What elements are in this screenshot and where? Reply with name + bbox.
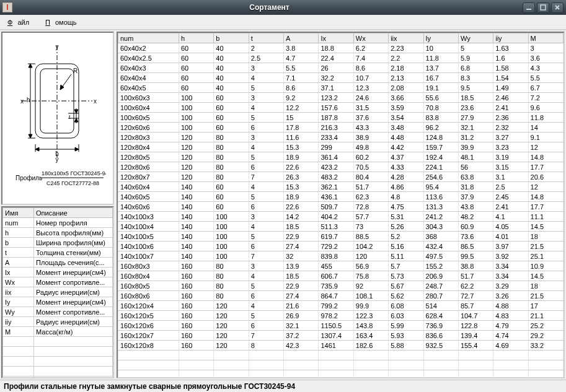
svg-marker-22 [74, 118, 78, 122]
svg-marker-14 [29, 64, 32, 68]
svg-text:Профиль: Профиль [15, 175, 42, 181]
table-row[interactable]: 60x40x2.560402.54.722.47.42.211.85.91.63… [118, 53, 564, 63]
prof-col-A[interactable]: A [284, 33, 319, 43]
prof-col-iiy[interactable]: iiy [493, 33, 528, 43]
table-row[interactable]: 120x80x512080518.9361.460.24.37192.448.1… [118, 152, 564, 162]
table-row[interactable]: 100x60x31006039.2123.224.63.6655.618.52.… [118, 93, 564, 103]
svg-marker-21 [74, 110, 78, 113]
table-row[interactable]: 140x100x7140100732839.81205.11497.599.53… [118, 251, 564, 261]
table-row[interactable]: 160x120x6160120632.11150.5143.85.99736.9… [118, 321, 564, 331]
desc-col-Описание[interactable]: Описание [34, 208, 113, 218]
table-row[interactable]: 140x60x614060622.6509.772.84.75131.343.8… [118, 202, 564, 212]
prof-col-Iy[interactable]: Iy [423, 33, 458, 43]
prof-col-num[interactable]: num [118, 33, 179, 43]
table-row-empty [118, 360, 564, 370]
desc-row[interactable]: hВысота профиля(мм) [3, 228, 113, 238]
maximize-button[interactable] [537, 2, 549, 13]
profiles-table-container[interactable]: numhbtAIxWxiixIyWyiiyM 60x40x2604023.818… [117, 32, 565, 378]
status-text: Профили стальные гнутые замкнутые сварны… [4, 382, 295, 391]
table-row[interactable]: 140x60x514060518.9436.162.34.8113.637.92… [118, 192, 564, 202]
table-row[interactable]: 100x60x510060515187.837.63.5483.827.92.3… [118, 113, 564, 123]
titlebar[interactable]: I Сортамент [0, 0, 566, 15]
prof-col-Ix[interactable]: Ix [319, 33, 353, 43]
svg-rect-0 [526, 9, 531, 10]
desc-row[interactable]: numНомер профиля [3, 218, 113, 228]
table-row[interactable]: 120x80x312080311.6233.438.94.48124.831.2… [118, 133, 564, 142]
table-row[interactable]: 120x80x712080726.3483.280.44.28254.663.8… [118, 172, 564, 182]
close-button[interactable] [551, 2, 564, 13]
description-table-container[interactable]: ИмяОписание numНомер профиляhВысота проф… [1, 206, 114, 378]
desc-col-Имя[interactable]: Имя [3, 208, 34, 218]
table-row[interactable]: 140x60x414060415.3362.151.74.8695.431.82… [118, 182, 564, 192]
table-row[interactable]: 120x80x612080622.6423.270.54.33224.1563.… [118, 162, 564, 172]
desc-row-empty [3, 357, 113, 367]
desc-row[interactable]: IxМомент инерции(см4) [3, 268, 113, 277]
svg-text:b: b [55, 150, 59, 157]
svg-text:x: x [20, 98, 24, 105]
desc-row[interactable]: tТолщина стенки(мм) [3, 248, 113, 258]
description-table[interactable]: ИмяОписание numНомер профиляhВысота проф… [2, 207, 113, 378]
profile-diagram: y y x x h b R t Профиль 180x100x5 ГОСТ30… [1, 32, 114, 205]
svg-rect-1 [541, 5, 546, 10]
svg-marker-9 [35, 147, 39, 151]
table-row[interactable]: 160x120x7160120737.21307.4163.45.93836.6… [118, 331, 564, 341]
table-row-empty [118, 351, 564, 360]
table-row[interactable]: 140x100x6140100627.4729.2104.25.16432.48… [118, 242, 564, 251]
desc-row[interactable]: IyМомент инерции(см4) [3, 297, 113, 307]
svg-text:h: h [27, 97, 30, 103]
desc-row[interactable]: AПлощадь сечения(с... [3, 258, 113, 268]
desc-row-empty [3, 347, 113, 357]
desc-row[interactable]: iiyРадиус инерции(см) [3, 317, 113, 327]
prof-col-iix[interactable]: iix [389, 33, 423, 43]
svg-text:y: y [56, 43, 59, 50]
svg-marker-15 [29, 134, 32, 138]
menubar: Файл Помощь [0, 15, 566, 30]
table-row[interactable]: 120x60x610060617.8216.343.33.4896.232.12… [118, 123, 564, 133]
prof-col-t[interactable]: t [249, 33, 283, 43]
svg-text:x: x [94, 98, 97, 105]
table-row[interactable]: 60x40x3604035.5268.62.1813.76.81.584.3 [118, 63, 564, 73]
table-row[interactable]: 140x100x4140100418.5511.3735.26304.360.9… [118, 222, 564, 232]
table-row[interactable]: 120x80x412080415.329949.84.42159.739.93.… [118, 142, 564, 152]
table-row-empty [118, 370, 564, 379]
desc-row[interactable]: MМасса(кг/м) [3, 327, 113, 337]
table-row[interactable]: 160x80x516080522.9735.9925.67248.762.23.… [118, 281, 564, 291]
svg-marker-10 [75, 147, 79, 151]
menu-file[interactable]: Файл [2, 17, 39, 28]
window: I Сортамент Файл Помощь [0, 0, 566, 392]
desc-row-empty [3, 377, 113, 379]
svg-text:180x100x5 ГОСТ30245-94: 180x100x5 ГОСТ30245-94 [42, 170, 106, 176]
svg-text:R: R [73, 68, 77, 74]
svg-text:С245 ГОСТ27772-88: С245 ГОСТ27772-88 [46, 180, 99, 186]
desc-row[interactable]: iixРадиус инерции(см) [3, 287, 113, 297]
table-row[interactable]: 160x120x4160120421.6799.299.96.0851485.7… [118, 301, 564, 311]
prof-col-Wy[interactable]: Wy [458, 33, 493, 43]
desc-row-empty [3, 367, 113, 377]
desc-row[interactable]: WxМомент сопротивле... [3, 277, 113, 287]
prof-col-Wx[interactable]: Wx [353, 33, 388, 43]
table-row[interactable]: 160x120x8160120842.31461182.65.88932.515… [118, 341, 564, 351]
table-row[interactable]: 60x40x2604023.818.86.22.231051.633 [118, 43, 564, 53]
desc-row[interactable]: WyМомент сопротивле... [3, 307, 113, 317]
prof-col-M[interactable]: M [528, 33, 563, 43]
table-row[interactable]: 140x100x3140100314.2404.257.75.31241.248… [118, 212, 564, 222]
desc-row[interactable]: bШирина профиля(мм) [3, 238, 113, 248]
table-row[interactable]: 60x40x5604058.637.112.32.0819.19.51.496.… [118, 83, 564, 93]
table-row[interactable]: 160x120x5160120526.9978.2122.36.03628.41… [118, 311, 564, 321]
minimize-button[interactable] [523, 2, 535, 13]
desc-row-empty [3, 337, 113, 347]
prof-col-h[interactable]: h [179, 33, 214, 43]
menu-help[interactable]: Помощь [40, 17, 87, 28]
table-row[interactable]: 160x80x416080418.5606.775.85.73206.951.7… [118, 271, 564, 281]
statusbar: Профили стальные гнутые замкнутые сварны… [0, 380, 566, 392]
profiles-table[interactable]: numhbtAIxWxiixIyWyiiyM 60x40x2604023.818… [118, 33, 564, 378]
table-row[interactable]: 60x40x4604047.132.210.72.1316.78.31.545.… [118, 73, 564, 83]
table-row[interactable]: 160x80x316080313.945556.95.7155.238.83.3… [118, 261, 564, 271]
table-row[interactable]: 140x100x5140100522.9619.788.55.236873.64… [118, 232, 564, 242]
table-row[interactable]: 100x60x410060412.2157.631.53.5970.823.62… [118, 103, 564, 113]
app-icon: I [2, 2, 12, 12]
table-row[interactable]: 160x80x616080627.4864.7108.15.62280.772.… [118, 291, 564, 301]
prof-col-b[interactable]: b [214, 33, 249, 43]
left-panel: y y x x h b R t Профиль 180x100x5 ГОСТ30… [0, 30, 115, 380]
svg-text:t: t [69, 114, 71, 120]
